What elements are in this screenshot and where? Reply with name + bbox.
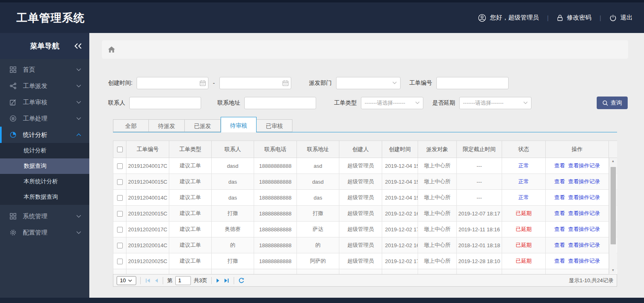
tab-to-dispatch[interactable]: 待派发 [149, 119, 185, 132]
footer-bar [0, 298, 644, 303]
view-log-link[interactable]: 查看操作记录 [568, 242, 600, 248]
cell-phone: 18888888888 [254, 206, 297, 222]
page-size-select[interactable]: 10 [117, 276, 136, 285]
cell-status: 已延期 [502, 222, 546, 237]
scroll-down-icon[interactable]: ▼ [609, 267, 617, 274]
tab-to-review[interactable]: 待审核 [221, 117, 257, 132]
order-type-label: 工单类型 [334, 99, 357, 107]
view-link[interactable]: 查看 [554, 242, 565, 248]
home-icon[interactable] [108, 46, 115, 53]
cell-deadline: --- [457, 158, 502, 174]
change-password-link[interactable]: 修改密码 [557, 14, 591, 22]
row-checkbox[interactable] [117, 179, 123, 185]
view-link[interactable]: 查看 [554, 162, 565, 169]
work-order-table: 工单编号 工单类型 联系人 联系电话 联系地址 创建人 创建时间 派发对象 限定… [113, 141, 617, 274]
calendar-icon[interactable] [199, 80, 206, 86]
calendar-icon[interactable] [282, 80, 289, 86]
tab-dispatched[interactable]: 已派发 [185, 119, 221, 132]
view-link[interactable]: 查看 [554, 210, 565, 216]
divider: | [597, 14, 604, 21]
row-select-cell [113, 206, 126, 222]
row-checkbox[interactable] [117, 211, 123, 217]
submenu-item-local-statistics[interactable]: 本所统计分析 [0, 174, 89, 189]
cell-create_time: 2019-12-02 16 [382, 237, 418, 253]
table-row: 201912020025C建议工单打撒18888888888阿萨的超级管理员20… [113, 253, 617, 269]
delay-label: 是否延期 [432, 99, 455, 107]
sidebar-item-process[interactable]: 工单处理 [0, 110, 89, 127]
select-all-checkbox[interactable] [117, 147, 123, 152]
table-row-partial [113, 269, 617, 275]
row-checkbox[interactable] [117, 243, 123, 248]
row-select-cell [113, 174, 126, 190]
sidebar-item-statistics[interactable]: 统计分析 [0, 127, 89, 143]
logout-link[interactable]: 退出 [609, 14, 633, 22]
date-separator: - [213, 80, 215, 86]
tab-all[interactable]: 全部 [113, 119, 149, 132]
cell-creator: 超级管理员 [339, 190, 382, 206]
cell-dispatch_to: 墩上中心所 [418, 253, 457, 269]
search-button[interactable]: 查询 [597, 97, 628, 109]
refresh-button[interactable] [238, 277, 245, 284]
first-page-button[interactable] [145, 278, 151, 283]
vertical-scrollbar[interactable]: ▲ ▼ [609, 158, 617, 274]
address-input[interactable] [244, 97, 316, 109]
collapse-sidebar-icon[interactable] [74, 43, 82, 49]
sidebar-item-review[interactable]: 工单审核 [0, 94, 89, 110]
row-select-cell [113, 222, 126, 237]
table-row: 201912020015C建议工单打撒18888888888打撒超级管理员201… [113, 206, 617, 222]
view-link[interactable]: 查看 [554, 178, 565, 184]
row-checkbox[interactable] [117, 227, 123, 233]
row-checkbox[interactable] [117, 259, 123, 264]
view-link[interactable]: 查看 [554, 258, 565, 264]
address-label: 联系地址 [217, 99, 240, 107]
cell-contact: dasd [212, 158, 254, 174]
date-to-input[interactable] [219, 77, 291, 89]
sidebar-item-dispatch[interactable]: 工单派发 [0, 78, 89, 94]
submenu-item-data-query[interactable]: 数据查询 [0, 158, 89, 174]
tab-reviewed[interactable]: 已审核 [257, 119, 292, 132]
delay-select[interactable]: -------请选择------- [459, 97, 531, 109]
cell-contact: 奥德赛 [212, 222, 254, 237]
cell-type: 建议工单 [169, 253, 212, 269]
order-type-select[interactable]: -------请选择------- [361, 97, 423, 109]
cell-dispatch_to: 墩上中心所 [418, 222, 457, 237]
next-page-button[interactable] [216, 278, 221, 283]
chevron-down-icon [76, 117, 81, 120]
submenu-item-local-data-query[interactable]: 本所数据查询 [0, 189, 89, 205]
record-summary: 显示1-10,共24记录 [569, 277, 613, 284]
chevron-down-icon [415, 101, 420, 104]
scrollbar-thumb[interactable] [611, 167, 616, 244]
cell-dispatch_to: 墩上中心所 [418, 206, 457, 222]
scroll-up-icon[interactable]: ▲ [609, 158, 617, 165]
view-link[interactable]: 查看 [554, 226, 565, 232]
sidebar-item-home[interactable]: 首页 [0, 61, 89, 78]
cell-actions: 查看查看操作记录 [546, 158, 609, 174]
order-no-input[interactable] [436, 77, 509, 89]
submenu-label: 本所数据查询 [24, 193, 58, 201]
submenu-item-statistics[interactable]: 统计分析 [0, 143, 89, 158]
sidebar-item-config[interactable]: 配置管理 [0, 224, 89, 241]
col-phone: 联系电话 [254, 141, 297, 158]
contact-input[interactable] [129, 97, 201, 109]
view-log-link[interactable]: 查看操作记录 [568, 210, 600, 216]
prev-page-button[interactable] [154, 278, 159, 283]
date-from-input[interactable] [137, 77, 208, 89]
dispatch-dept-select[interactable] [336, 77, 401, 89]
user-greeting[interactable]: 您好，超级管理员 [478, 14, 539, 22]
view-log-link[interactable]: 查看操作记录 [568, 258, 600, 264]
view-link[interactable]: 查看 [554, 194, 565, 200]
view-log-link[interactable]: 查看操作记录 [568, 194, 600, 200]
page-size-value: 10 [120, 277, 126, 283]
page-number-input[interactable] [175, 276, 191, 285]
last-page-button[interactable] [224, 278, 230, 283]
pager-divider [163, 277, 163, 284]
row-checkbox[interactable] [117, 195, 123, 201]
view-log-link[interactable]: 查看操作记录 [568, 162, 600, 169]
cell-creator: 超级管理员 [339, 158, 382, 174]
view-log-link[interactable]: 查看操作记录 [568, 178, 600, 184]
page-prefix: 第 [167, 277, 173, 284]
row-checkbox[interactable] [117, 163, 123, 169]
sidebar-item-system[interactable]: 系统管理 [0, 208, 89, 224]
view-log-link[interactable]: 查看操作记录 [568, 226, 600, 232]
contact-label: 联系人 [108, 99, 125, 107]
